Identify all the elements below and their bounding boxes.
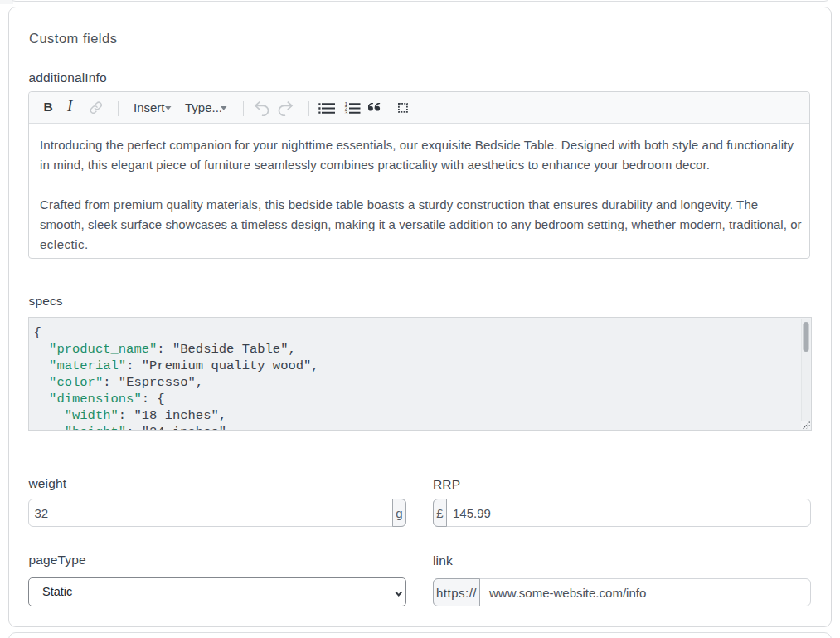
svg-text:3: 3 xyxy=(344,110,347,114)
